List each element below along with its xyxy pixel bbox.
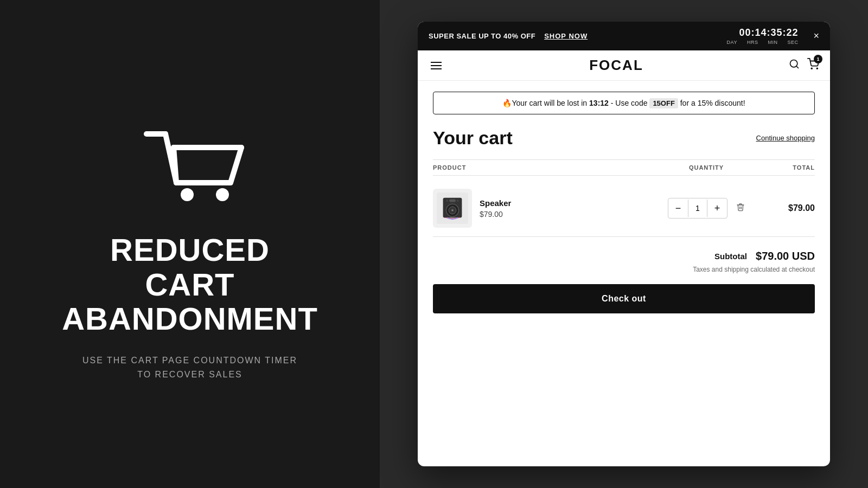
discount-code-badge: 15OFF [649,98,678,108]
quantity-increase-button[interactable]: + [707,198,727,218]
nav-icons: 1 [789,58,819,73]
nav-logo[interactable]: FOCAL [589,57,643,74]
cart-icon[interactable]: 1 [807,58,819,73]
cart-header: Your cart Continue shopping [433,127,815,149]
nav-bar: FOCAL 1 [418,50,830,81]
cart-illustration [130,107,250,215]
col-header-quantity: QUANTITY [652,164,761,171]
announcement-timer: 00:14:35:22 DAY HRS MIN SEC [727,27,799,45]
hamburger-line [431,62,442,63]
timer-display: 00:14:35:22 [739,27,798,38]
countdown-banner: 🔥Your cart will be lost in 13:12 - Use c… [433,92,815,114]
item-image [433,189,472,228]
quantity-decrease-button[interactable]: − [668,198,688,218]
timer-labels: DAY HRS MIN SEC [727,40,799,45]
subtotal-section: Subtotal $79.00 USD Taxes and shipping c… [433,237,815,322]
hamburger-menu[interactable] [429,60,444,72]
left-headline: REDUCED CART ABANDONMENT [22,233,358,336]
headline-line2: CART ABANDONMENT [62,267,318,337]
quantity-stepper[interactable]: − 1 + [668,198,727,219]
left-panel: REDUCED CART ABANDONMENT USE THE CART PA… [0,0,380,488]
banner-use-code: Use code [615,99,647,107]
item-total: $79.00 [761,203,815,213]
item-price: $79.00 [480,210,511,219]
svg-point-5 [811,68,812,69]
svg-line-4 [796,66,799,68]
cart-content: 🔥Your cart will be lost in 13:12 - Use c… [418,81,830,333]
table-row: Speaker $79.00 − 1 + [433,180,815,237]
timer-sec-label: SEC [787,40,798,45]
close-icon[interactable]: × [813,30,819,42]
col-header-product: PRODUCT [433,164,652,171]
announcement-bar: SUPER SALE UP TO 40% OFF SHOP NOW 00:14:… [418,22,830,50]
svg-point-15 [457,200,459,202]
browser-window: SUPER SALE UP TO 40% OFF SHOP NOW 00:14:… [418,22,830,466]
fire-emoji: 🔥 [502,99,512,107]
search-icon[interactable] [789,59,800,72]
svg-point-6 [816,68,818,69]
item-details: Speaker $79.00 [480,198,511,219]
svg-point-14 [446,200,448,202]
headline-line1: REDUCED [110,232,270,267]
hamburger-line [431,65,442,66]
cart-badge: 1 [814,55,822,63]
speaker-illustration [437,192,468,224]
timer-min-label: MIN [768,40,777,45]
right-panel: SUPER SALE UP TO 40% OFF SHOP NOW 00:14:… [380,0,868,488]
cart-title: Your cart [433,127,513,149]
announcement-left: SUPER SALE UP TO 40% OFF SHOP NOW [429,32,588,40]
banner-dash: - [611,99,614,107]
timer-hrs-label: HRS [747,40,758,45]
banner-post-text: for a 15% discount! [680,99,745,107]
svg-point-12 [452,209,454,211]
continue-shopping-link[interactable]: Continue shopping [756,134,815,142]
item-product: Speaker $79.00 [433,189,652,228]
subtotal-value: $79.00 USD [756,250,815,262]
quantity-value: 1 [688,200,707,217]
taxes-note: Taxes and shipping calculated at checkou… [433,266,815,273]
cart-table-header: PRODUCT QUANTITY TOTAL [433,159,815,176]
banner-pre-text: Your cart will be lost in [512,99,587,107]
svg-point-1 [181,188,194,201]
hamburger-line [431,68,442,69]
subtotal-row: Subtotal $79.00 USD [433,250,815,262]
banner-timer: 13:12 [589,99,609,107]
svg-point-2 [216,188,229,201]
left-subtitle: USE THE CART PAGE COUNTDOWN TIMERTO RECO… [82,354,297,381]
quantity-control: − 1 + [652,198,761,219]
cart-icon [130,107,250,215]
sale-text: SUPER SALE UP TO 40% OFF [429,32,535,40]
item-name: Speaker [480,198,511,208]
shop-now-link[interactable]: SHOP NOW [544,32,588,40]
checkout-button[interactable]: Check out [433,284,815,313]
col-header-total: TOTAL [761,164,815,171]
subtotal-label: Subtotal [714,252,747,261]
timer-day-label: DAY [727,40,737,45]
delete-item-button[interactable] [736,203,745,214]
svg-rect-13 [449,200,456,202]
